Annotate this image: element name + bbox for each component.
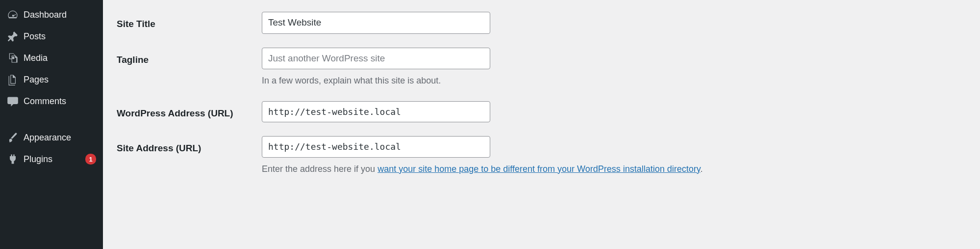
- sidebar-item-label: Appearance: [24, 133, 96, 143]
- sidebar-item-comments[interactable]: Comments: [0, 90, 103, 112]
- tagline-input[interactable]: [262, 48, 490, 70]
- sidebar-item-media[interactable]: Media: [0, 47, 103, 69]
- admin-sidebar: Dashboard Posts Media Pages Comments App…: [0, 0, 103, 249]
- sidebar-item-label: Posts: [24, 31, 96, 42]
- site-title-row: Site Title: [117, 12, 966, 34]
- wordpress-address-label: WordPress Address (URL): [117, 101, 262, 119]
- sidebar-separator: [0, 112, 103, 127]
- sidebar-item-label: Comments: [24, 96, 96, 107]
- plugins-update-badge: 1: [85, 154, 96, 165]
- plug-icon: [7, 153, 19, 165]
- settings-form: Site Title Tagline In a few words, expla…: [103, 0, 980, 249]
- dashboard-icon: [7, 9, 19, 21]
- site-title-label: Site Title: [117, 12, 262, 29]
- sidebar-item-label: Pages: [24, 75, 96, 85]
- site-address-input[interactable]: [262, 136, 490, 157]
- brush-icon: [7, 132, 19, 143]
- tagline-label: Tagline: [117, 48, 262, 65]
- wordpress-address-row: WordPress Address (URL): [117, 101, 966, 122]
- site-address-label: Site Address (URL): [117, 136, 262, 154]
- sidebar-item-label: Dashboard: [24, 10, 96, 20]
- sidebar-item-label: Plugins: [24, 154, 80, 165]
- site-title-input[interactable]: [262, 12, 490, 34]
- sidebar-item-pages[interactable]: Pages: [0, 69, 103, 90]
- media-icon: [7, 52, 19, 64]
- sidebar-item-posts[interactable]: Posts: [0, 26, 103, 47]
- site-address-help-link[interactable]: want your site home page to be different…: [377, 164, 700, 174]
- site-address-description-suffix: .: [700, 164, 703, 174]
- site-address-description: Enter the address here if you want your …: [262, 163, 966, 176]
- sidebar-item-label: Media: [24, 53, 96, 63]
- tagline-row: Tagline In a few words, explain what thi…: [117, 48, 966, 88]
- wordpress-address-input[interactable]: [262, 101, 490, 122]
- site-address-description-prefix: Enter the address here if you: [262, 164, 377, 174]
- site-address-row: Site Address (URL) Enter the address her…: [117, 136, 966, 175]
- comment-icon: [7, 95, 19, 107]
- pages-icon: [7, 74, 19, 85]
- sidebar-item-plugins[interactable]: Plugins 1: [0, 148, 103, 170]
- sidebar-item-appearance[interactable]: Appearance: [0, 127, 103, 148]
- tagline-description: In a few words, explain what this site i…: [262, 74, 966, 87]
- pin-icon: [7, 30, 19, 42]
- sidebar-item-dashboard[interactable]: Dashboard: [0, 4, 103, 26]
